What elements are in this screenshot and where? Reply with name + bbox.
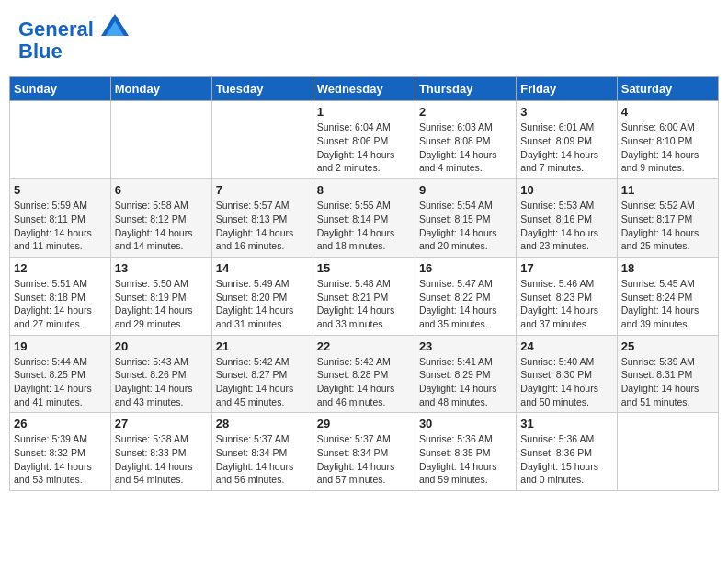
day-info: Sunrise: 5:58 AMSunset: 8:12 PMDaylight:… — [115, 199, 208, 253]
day-info: Sunrise: 5:39 AMSunset: 8:32 PMDaylight:… — [14, 432, 107, 487]
day-number: 14 — [216, 261, 309, 275]
calendar-cell: 1Sunrise: 6:04 AMSunset: 8:06 PMDaylight… — [313, 101, 415, 179]
calendar-cell: 29Sunrise: 5:37 AMSunset: 8:34 PMDayligh… — [313, 413, 415, 491]
calendar-cell: 18Sunrise: 5:45 AMSunset: 8:24 PMDayligh… — [617, 257, 718, 335]
day-info: Sunrise: 5:42 AMSunset: 8:27 PMDaylight:… — [216, 355, 309, 409]
day-info: Sunrise: 5:44 AMSunset: 8:25 PMDaylight:… — [14, 355, 107, 409]
day-number: 3 — [520, 105, 612, 119]
day-number: 15 — [317, 261, 411, 275]
calendar-cell: 2Sunrise: 6:03 AMSunset: 8:08 PMDaylight… — [415, 101, 516, 179]
calendar-cell: 22Sunrise: 5:42 AMSunset: 8:28 PMDayligh… — [313, 335, 415, 413]
day-info: Sunrise: 5:39 AMSunset: 8:31 PMDaylight:… — [621, 355, 714, 409]
calendar-cell: 19Sunrise: 5:44 AMSunset: 8:25 PMDayligh… — [10, 335, 111, 413]
calendar-cell: 6Sunrise: 5:58 AMSunset: 8:12 PMDaylight… — [110, 179, 211, 258]
day-number: 24 — [520, 339, 612, 353]
day-info: Sunrise: 5:52 AMSunset: 8:17 PMDaylight:… — [621, 199, 714, 253]
calendar-cell: 5Sunrise: 5:59 AMSunset: 8:11 PMDaylight… — [10, 179, 111, 258]
day-info: Sunrise: 5:49 AMSunset: 8:20 PMDaylight:… — [216, 277, 309, 331]
calendar-cell: 21Sunrise: 5:42 AMSunset: 8:27 PMDayligh… — [211, 335, 313, 413]
day-number: 10 — [520, 183, 612, 197]
day-number: 6 — [115, 183, 208, 197]
calendar-cell — [211, 101, 313, 179]
day-number: 28 — [216, 417, 309, 431]
day-info: Sunrise: 6:01 AMSunset: 8:09 PMDaylight:… — [520, 121, 612, 175]
calendar-cell: 8Sunrise: 5:55 AMSunset: 8:14 PMDaylight… — [313, 179, 415, 258]
day-number: 31 — [520, 417, 612, 431]
day-number: 2 — [419, 105, 512, 119]
calendar-week-row: 19Sunrise: 5:44 AMSunset: 8:25 PMDayligh… — [10, 335, 719, 413]
calendar-cell: 4Sunrise: 6:00 AMSunset: 8:10 PMDaylight… — [617, 101, 718, 179]
day-info: Sunrise: 5:37 AMSunset: 8:34 PMDaylight:… — [216, 432, 309, 487]
day-number: 21 — [216, 339, 309, 353]
day-number: 12 — [14, 261, 107, 275]
calendar-cell: 10Sunrise: 5:53 AMSunset: 8:16 PMDayligh… — [517, 179, 617, 258]
calendar-cell: 11Sunrise: 5:52 AMSunset: 8:17 PMDayligh… — [617, 179, 718, 258]
calendar-week-row: 12Sunrise: 5:51 AMSunset: 8:18 PMDayligh… — [10, 257, 719, 335]
day-info: Sunrise: 6:03 AMSunset: 8:08 PMDaylight:… — [419, 121, 512, 175]
calendar-cell: 28Sunrise: 5:37 AMSunset: 8:34 PMDayligh… — [211, 413, 313, 491]
day-number: 30 — [419, 417, 512, 431]
calendar-cell — [10, 101, 111, 179]
day-number: 9 — [419, 183, 512, 197]
calendar-cell: 30Sunrise: 5:36 AMSunset: 8:35 PMDayligh… — [415, 413, 516, 491]
day-number: 7 — [216, 183, 309, 197]
calendar-day-header: Tuesday — [211, 77, 313, 101]
calendar-cell: 7Sunrise: 5:57 AMSunset: 8:13 PMDaylight… — [211, 179, 313, 258]
day-info: Sunrise: 5:43 AMSunset: 8:26 PMDaylight:… — [115, 355, 208, 409]
day-info: Sunrise: 6:04 AMSunset: 8:06 PMDaylight:… — [317, 121, 411, 175]
day-info: Sunrise: 5:59 AMSunset: 8:11 PMDaylight:… — [14, 199, 107, 253]
calendar-day-header: Thursday — [415, 77, 516, 101]
day-number: 17 — [520, 261, 612, 275]
calendar-cell: 27Sunrise: 5:38 AMSunset: 8:33 PMDayligh… — [110, 413, 211, 491]
calendar-cell: 31Sunrise: 5:36 AMSunset: 8:36 PMDayligh… — [517, 413, 617, 491]
calendar-cell: 13Sunrise: 5:50 AMSunset: 8:19 PMDayligh… — [110, 257, 211, 335]
day-info: Sunrise: 5:47 AMSunset: 8:22 PMDaylight:… — [419, 277, 512, 331]
calendar-day-header: Wednesday — [313, 77, 415, 101]
day-info: Sunrise: 5:48 AMSunset: 8:21 PMDaylight:… — [317, 277, 411, 331]
day-info: Sunrise: 5:53 AMSunset: 8:16 PMDaylight:… — [520, 199, 612, 253]
day-info: Sunrise: 5:36 AMSunset: 8:35 PMDaylight:… — [419, 432, 512, 487]
logo-general: General — [18, 17, 94, 40]
day-number: 23 — [419, 339, 512, 353]
day-info: Sunrise: 5:57 AMSunset: 8:13 PMDaylight:… — [216, 199, 309, 253]
day-number: 18 — [621, 261, 714, 275]
logo-blue: Blue — [18, 40, 63, 63]
day-info: Sunrise: 5:36 AMSunset: 8:36 PMDaylight:… — [520, 432, 612, 487]
calendar-day-header: Saturday — [617, 77, 718, 101]
calendar-cell: 26Sunrise: 5:39 AMSunset: 8:32 PMDayligh… — [10, 413, 111, 491]
day-info: Sunrise: 5:46 AMSunset: 8:23 PMDaylight:… — [520, 277, 612, 331]
day-number: 5 — [14, 183, 107, 197]
day-info: Sunrise: 5:37 AMSunset: 8:34 PMDaylight:… — [317, 432, 411, 487]
calendar-cell: 15Sunrise: 5:48 AMSunset: 8:21 PMDayligh… — [313, 257, 415, 335]
calendar-day-header: Friday — [517, 77, 617, 101]
day-number: 16 — [419, 261, 512, 275]
day-info: Sunrise: 5:40 AMSunset: 8:30 PMDaylight:… — [520, 355, 612, 409]
calendar-cell: 17Sunrise: 5:46 AMSunset: 8:23 PMDayligh… — [517, 257, 617, 335]
calendar-cell: 24Sunrise: 5:40 AMSunset: 8:30 PMDayligh… — [517, 335, 617, 413]
calendar-week-row: 5Sunrise: 5:59 AMSunset: 8:11 PMDaylight… — [10, 179, 719, 258]
calendar-cell: 9Sunrise: 5:54 AMSunset: 8:15 PMDaylight… — [415, 179, 516, 258]
calendar-table: SundayMondayTuesdayWednesdayThursdayFrid… — [9, 76, 719, 491]
day-info: Sunrise: 5:54 AMSunset: 8:15 PMDaylight:… — [419, 199, 512, 253]
day-number: 22 — [317, 339, 411, 353]
day-number: 1 — [317, 105, 411, 119]
logo-icon — [101, 14, 129, 36]
day-number: 27 — [115, 417, 208, 431]
day-number: 26 — [14, 417, 107, 431]
day-info: Sunrise: 5:42 AMSunset: 8:28 PMDaylight:… — [317, 355, 411, 409]
day-number: 11 — [621, 183, 714, 197]
logo: General Blue — [18, 14, 129, 63]
calendar-cell: 25Sunrise: 5:39 AMSunset: 8:31 PMDayligh… — [617, 335, 718, 413]
day-info: Sunrise: 5:55 AMSunset: 8:14 PMDaylight:… — [317, 199, 411, 253]
calendar-week-row: 1Sunrise: 6:04 AMSunset: 8:06 PMDaylight… — [10, 101, 719, 179]
day-number: 25 — [621, 339, 714, 353]
day-number: 13 — [115, 261, 208, 275]
calendar-cell: 20Sunrise: 5:43 AMSunset: 8:26 PMDayligh… — [110, 335, 211, 413]
day-info: Sunrise: 5:51 AMSunset: 8:18 PMDaylight:… — [14, 277, 107, 331]
page-header: General Blue — [9, 9, 719, 67]
day-info: Sunrise: 5:41 AMSunset: 8:29 PMDaylight:… — [419, 355, 512, 409]
calendar-cell: 12Sunrise: 5:51 AMSunset: 8:18 PMDayligh… — [10, 257, 111, 335]
calendar-cell — [617, 413, 718, 491]
calendar-day-header: Monday — [110, 77, 211, 101]
day-info: Sunrise: 6:00 AMSunset: 8:10 PMDaylight:… — [621, 121, 714, 175]
